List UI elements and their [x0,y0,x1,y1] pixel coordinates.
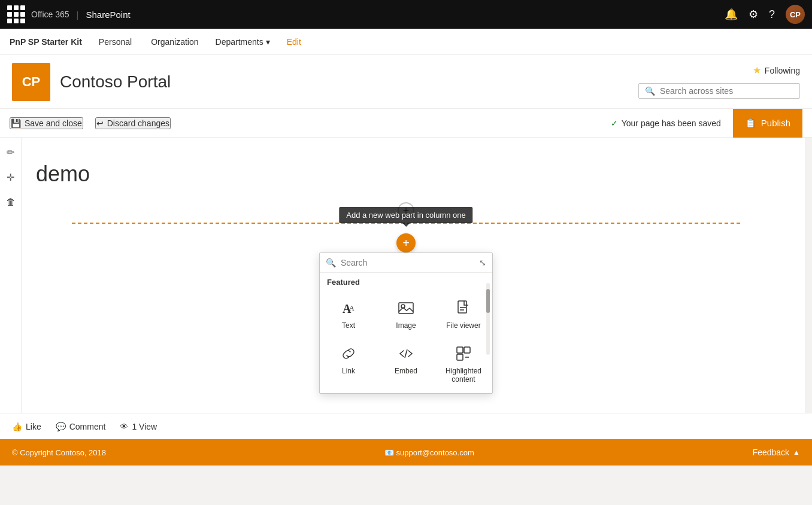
site-footer: © Copyright Contoso, 2018 📧 support@cont… [0,439,812,466]
edit-tool-icon[interactable]: ✏ [2,144,19,160]
picker-item-image[interactable]: Image [377,291,435,337]
like-button[interactable]: 👍 Like [12,422,41,431]
site-name: PnP SP Starter Kit [10,37,82,47]
top-navigation: Office 365 | SharePoint 🔔 ⚙ ? CP [0,0,812,29]
main-layout: ✏ ✛ 🗑 demo + Add a new web part in colum… [0,138,812,413]
feedback-chevron-icon: ▲ [793,448,800,457]
settings-icon[interactable]: ⚙ [749,8,758,21]
svg-rect-10 [457,354,463,360]
discard-label: Discard changes [107,118,169,128]
picker-scrollbar[interactable] [486,283,490,355]
add-section-top: + [36,199,776,223]
publish-label: Publish [761,118,790,128]
nav-edit[interactable]: Edit [284,37,304,47]
views-label: 1 View [132,422,157,431]
highlighted-item-label: Highlighted content [440,367,487,384]
nav-personal[interactable]: Personal [96,37,134,47]
like-label: Like [26,422,41,431]
page-scrollbar[interactable] [805,138,812,413]
following-label: Following [765,66,800,75]
comment-label: Comment [69,422,106,431]
copyright-text: © Copyright Contoso, 2018 [12,448,106,457]
svg-text:A: A [349,304,355,312]
discard-button[interactable]: ↩ Discard changes [95,117,171,129]
picker-grid: A A Text [320,289,492,393]
avatar-initials: CP [786,5,805,24]
webpart-picker: 🔍 ⤡ Featured A A [319,252,493,394]
like-icon: 👍 [12,422,22,431]
add-webpart-area: Add a new web part in column one + 🔍 ⤡ F… [36,229,776,257]
nav-organization[interactable]: Organization [149,37,201,47]
svg-rect-2 [399,303,413,314]
svg-rect-8 [457,347,463,353]
check-icon: ✓ [611,118,618,128]
move-tool-icon[interactable]: ✛ [2,169,19,185]
nav-departments-label: Departments [216,37,263,47]
nav-separator: | [77,10,79,20]
picker-search-input[interactable] [341,258,474,267]
svg-rect-4 [458,301,466,313]
picker-item-link[interactable]: Link [320,337,377,391]
logo-text: CP [22,74,41,90]
waffle-menu[interactable] [7,5,25,23]
add-section-button-top[interactable]: + [398,202,414,219]
section-divider [72,223,740,224]
embed-icon [398,344,414,363]
picker-item-text[interactable]: A A Text [320,291,377,337]
top-nav-right: 🔔 ⚙ ? CP [725,5,805,24]
link-icon [340,344,357,363]
support-email: 📧 support@contoso.com [384,448,474,457]
file-viewer-item-label: File viewer [446,321,480,330]
publish-button[interactable]: 📋 Publish [733,109,802,138]
second-navigation: PnP SP Starter Kit Personal Organization… [0,29,812,55]
add-webpart-button[interactable]: + [396,233,416,252]
image-item-label: Image [396,321,416,330]
save-close-button[interactable]: 💾 Save and close [10,117,83,129]
picker-search-row: 🔍 ⤡ [320,253,492,273]
search-input[interactable] [660,86,793,96]
save-icon: 💾 [11,118,21,128]
highlighted-content-icon [455,344,472,363]
embed-item-label: Embed [395,367,417,375]
comment-icon: 💬 [56,422,66,431]
save-label: Save and close [25,118,82,128]
picker-item-file-viewer[interactable]: File viewer [435,291,492,337]
site-logo: CP [12,63,50,101]
picker-featured-label: Featured [320,273,492,289]
expand-icon[interactable]: ⤡ [479,258,486,267]
page-footer: 👍 Like 💬 Comment 👁 1 View [0,413,812,439]
save-status-text: Your page has been saved [622,118,721,128]
text-icon: A A [340,299,357,318]
chevron-down-icon: ▾ [266,37,270,47]
text-item-label: Text [342,321,355,330]
following-button[interactable]: ★ Following [753,65,800,76]
edit-toolbar: 💾 Save and close ↩ Discard changes ✓ You… [0,109,812,138]
link-item-label: Link [342,367,355,375]
picker-item-highlighted[interactable]: Highlighted content [435,337,492,391]
avatar[interactable]: CP [786,5,805,24]
sharepoint-label: SharePoint [86,10,130,20]
office-badge: Office 365 | SharePoint [31,10,131,20]
help-icon[interactable]: ? [769,8,775,21]
portal-title: Contoso Portal [60,72,171,92]
views-icon: 👁 [120,422,128,431]
delete-tool-icon[interactable]: 🗑 [2,194,19,211]
page-title: demo [36,162,776,187]
feedback-label: Feedback [753,448,789,457]
picker-item-embed[interactable]: Embed [377,337,435,391]
feedback-button[interactable]: Feedback ▲ [753,448,800,457]
picker-scrollbar-thumb [486,289,490,313]
portal-header-actions: ★ Following 🔍 [638,65,800,99]
views-button[interactable]: 👁 1 View [120,422,157,431]
page-content: demo + Add a new web part in column one … [0,138,812,413]
search-bar[interactable]: 🔍 [638,83,800,99]
office-label: Office 365 [31,10,69,19]
picker-search-icon: 🔍 [326,258,336,267]
content-area: demo + Add a new web part in column one … [0,138,812,413]
nav-departments[interactable]: Departments ▾ [216,37,270,47]
left-toolbar: ✏ ✛ 🗑 [0,138,22,413]
image-icon [398,299,414,318]
file-viewer-icon [455,299,472,318]
comment-button[interactable]: 💬 Comment [56,422,106,431]
notification-icon[interactable]: 🔔 [725,8,738,21]
